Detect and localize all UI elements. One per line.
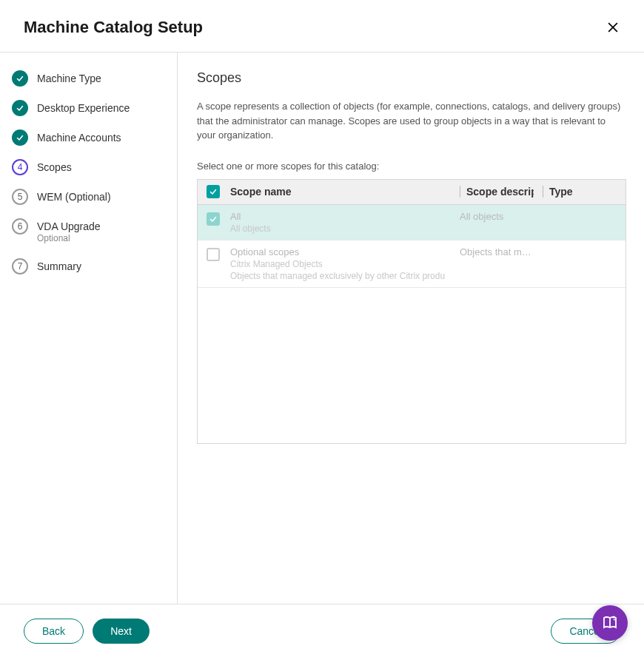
next-button[interactable]: Next [93,619,150,644]
step-label: VDA Upgrade [37,220,101,233]
book-sparkle-icon [601,614,619,632]
step-pending-icon: 7 [12,258,28,274]
dialog-title: Machine Catalog Setup [24,18,203,37]
step-done-icon [12,100,28,116]
main-container: Machine Type Desktop Experience Machine … [0,53,644,606]
step-scopes[interactable]: 4 Scopes [12,159,165,175]
step-pending-icon: 5 [12,189,28,205]
step-pending-icon: 6 [12,218,28,235]
row-sub2: Objects that managed exclusively by othe… [230,271,451,281]
column-scope-description[interactable]: Scope descrip… [460,186,534,198]
svg-point-3 [613,616,614,617]
step-label: WEM (Optional) [37,190,111,203]
step-sublabel: Optional [37,233,101,245]
table-row[interactable]: Optional scopes Citrix Managed Objects O… [198,240,625,288]
row-sub: All objects [230,223,451,234]
step-label: Summary [37,260,81,273]
step-desktop-experience[interactable]: Desktop Experience [12,100,165,116]
step-done-icon [12,129,28,146]
row-title: Optional scopes [230,246,451,257]
close-icon[interactable] [606,20,620,35]
content-panel: Scopes A scope represents a collection o… [178,53,644,606]
step-label: Machine Type [37,72,101,85]
content-description: A scope represents a collection of objec… [197,99,625,143]
content-title: Scopes [197,70,625,86]
table-header: Scope name Scope descrip… Type [198,180,625,205]
row-title: All [230,211,451,222]
step-current-icon: 4 [12,159,28,175]
row-checkbox [207,212,220,226]
step-machine-type[interactable]: Machine Type [12,70,165,87]
step-label: Scopes [37,161,72,174]
row-description: All objects [460,211,534,222]
scopes-table: Scope name Scope descrip… Type All All o… [197,179,626,444]
select-all-checkbox[interactable] [207,185,220,198]
step-machine-accounts[interactable]: Machine Accounts [12,129,165,146]
column-type[interactable]: Type [543,186,617,198]
back-button[interactable]: Back [24,619,84,644]
step-label: Desktop Experience [37,101,130,115]
dialog-header: Machine Catalog Setup [0,0,644,53]
help-fab[interactable] [592,605,628,641]
row-sub: Citrix Managed Objects [230,259,451,269]
row-checkbox[interactable] [207,248,220,261]
table-row[interactable]: All All objects All objects [198,205,625,240]
step-done-icon [12,70,28,87]
row-description: Objects that m… [460,246,534,257]
step-vda-upgrade[interactable]: 6 VDA Upgrade Optional [12,218,165,245]
dialog-footer: Back Next Cancel [0,604,644,657]
content-subtitle: Select one or more scopes for this catal… [197,161,625,172]
column-scope-name[interactable]: Scope name [230,186,451,198]
step-wem[interactable]: 5 WEM (Optional) [12,189,165,205]
step-summary[interactable]: 7 Summary [12,258,165,274]
step-label: Machine Accounts [37,131,121,144]
wizard-sidebar: Machine Type Desktop Experience Machine … [0,53,178,606]
